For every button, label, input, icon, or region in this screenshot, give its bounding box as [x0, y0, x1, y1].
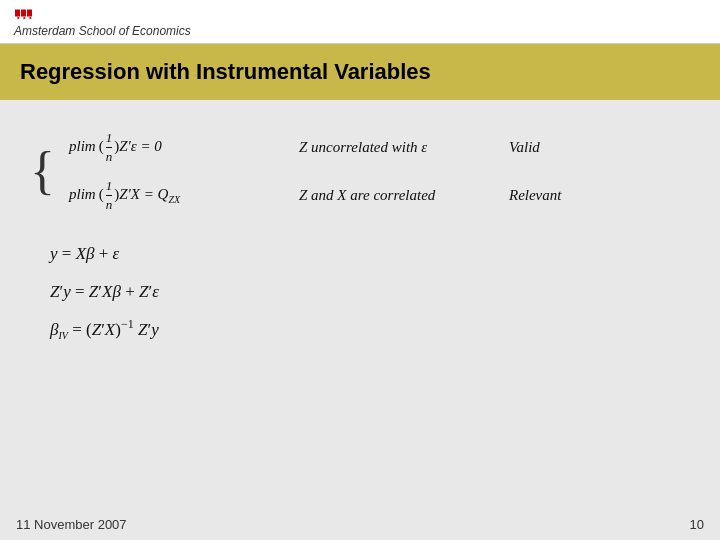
equation-3: βIV = (Z′X)−1 Z′y: [50, 315, 690, 344]
logo-area: Amsterdam School of Economics: [14, 8, 191, 38]
condition-formula-1: plim (1n)Z′ε = 0: [69, 130, 289, 164]
conditions-block: { plim (1n)Z′ε = 0 Z uncorrelated with ε…: [30, 130, 690, 212]
title-bar: Regression with Instrumental Variables: [0, 44, 720, 100]
condition-desc-1: Z uncorrelated with ε: [289, 139, 489, 156]
school-name: Amsterdam School of Economics: [14, 24, 191, 38]
slide-title: Regression with Instrumental Variables: [20, 59, 431, 85]
footer: 11 November 2007 10: [0, 509, 720, 540]
equation-2: Z′y = Z′Xβ + Z′ε: [50, 278, 690, 305]
conditions-list: plim (1n)Z′ε = 0 Z uncorrelated with ε V…: [69, 130, 690, 212]
header: Amsterdam School of Economics: [0, 0, 720, 44]
condition-label-2: Relevant: [489, 187, 561, 204]
footer-page: 10: [690, 517, 704, 532]
left-brace: {: [30, 145, 55, 197]
condition-row-2: plim (1n)Z′X = QZX Z and X are correlate…: [69, 178, 690, 212]
equations-block: y = Xβ + ε Z′y = Z′Xβ + Z′ε βIV = (Z′X)−…: [30, 240, 690, 343]
svg-rect-2: [21, 9, 26, 16]
condition-label-1: Valid: [489, 139, 540, 156]
slide: Amsterdam School of Economics Regression…: [0, 0, 720, 540]
svg-rect-1: [15, 9, 20, 16]
condition-formula-2: plim (1n)Z′X = QZX: [69, 178, 289, 212]
formulas-area: { plim (1n)Z′ε = 0 Z uncorrelated with ε…: [30, 120, 690, 489]
condition-row-1: plim (1n)Z′ε = 0 Z uncorrelated with ε V…: [69, 130, 690, 164]
footer-date: 11 November 2007: [16, 517, 127, 532]
university-logo: [14, 8, 36, 22]
svg-rect-3: [27, 9, 32, 16]
equation-1: y = Xβ + ε: [50, 240, 690, 267]
content-area: { plim (1n)Z′ε = 0 Z uncorrelated with ε…: [0, 100, 720, 509]
condition-desc-2: Z and X are correlated: [289, 187, 489, 204]
